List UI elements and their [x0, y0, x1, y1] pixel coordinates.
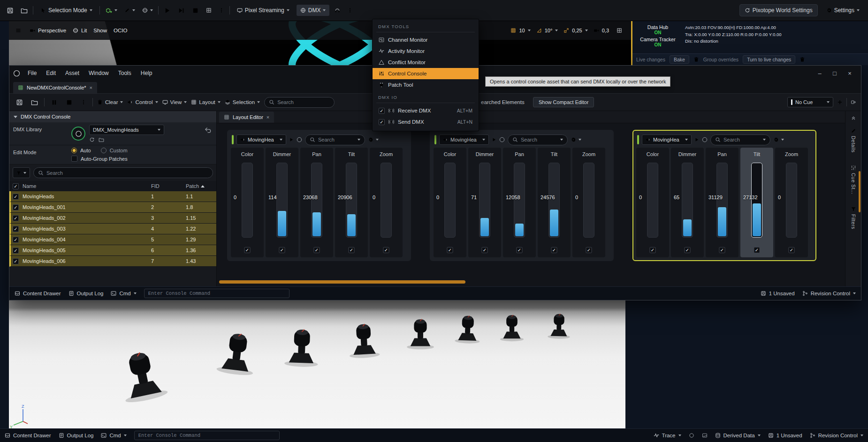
patch-row-movingheads-003[interactable]: MovingHeads_003 4 1.22: [9, 224, 216, 234]
maximize-viewport-button[interactable]: [615, 26, 624, 35]
fader-track[interactable]: [242, 163, 253, 238]
toolbar-search-input[interactable]: Search: [264, 97, 335, 108]
close-tab-icon[interactable]: ×: [266, 114, 269, 120]
trash-icon[interactable]: [693, 57, 699, 62]
auto-group-patches-checkbox[interactable]: [71, 156, 77, 162]
window-menu-file[interactable]: File: [23, 68, 41, 78]
grid-snap-control[interactable]: 10: [510, 28, 530, 33]
fader-tilt[interactable]: Tilt 27132: [740, 148, 773, 257]
asset-tab[interactable]: NewDMXControlConsole* ×: [13, 82, 97, 93]
patch-row-movingheads-002[interactable]: MovingHeads_002 3 1.15: [9, 213, 216, 224]
fader-track[interactable]: [786, 163, 797, 238]
target-icon[interactable]: [689, 433, 694, 438]
close-button[interactable]: ×: [842, 67, 857, 79]
patch-row-checkbox[interactable]: [13, 247, 19, 254]
browse-library-icon[interactable]: [99, 137, 104, 142]
toolbar-overflow-kebab[interactable]: [345, 6, 355, 15]
fader-track[interactable]: [444, 163, 456, 238]
fader-track[interactable]: [716, 163, 728, 238]
ocio-dropdown[interactable]: OCIO: [114, 28, 127, 33]
fader-enable-checkbox[interactable]: [685, 247, 691, 253]
group-search-input[interactable]: Search: [508, 135, 568, 145]
turn-to-live-changes-button[interactable]: Turn to live changes: [743, 55, 795, 64]
receive-dmx-checkbox[interactable]: [379, 108, 385, 114]
blueprints-dropdown[interactable]: [140, 6, 155, 15]
fader-enable-checkbox[interactable]: [551, 247, 557, 253]
fader-groups-canvas[interactable]: MovingHea Search Color 0 Dimmer 114 Pan …: [217, 123, 845, 286]
viewport-3d-scene[interactable]: Z Y: [9, 300, 625, 428]
expand-sidebar-icon[interactable]: [851, 115, 856, 120]
fader-track[interactable]: [548, 163, 560, 238]
save-all-button[interactable]: [5, 5, 15, 16]
window-menu-asset[interactable]: Asset: [61, 68, 84, 78]
maximize-button[interactable]: □: [827, 67, 842, 79]
rotation-snap-control[interactable]: 10°: [536, 28, 558, 33]
menu-item-send-dmx[interactable]: Send DMXALT+N: [373, 116, 479, 127]
fader-enable-checkbox[interactable]: [650, 247, 656, 253]
fader-tilt[interactable]: Tilt 24576: [538, 148, 571, 257]
settings-dropdown[interactable]: Settings: [822, 5, 863, 16]
fader-track[interactable]: [682, 163, 693, 238]
fader-enable-checkbox[interactable]: [447, 247, 453, 253]
filter-dropdown[interactable]: [13, 167, 30, 178]
menu-item-receive-dmx[interactable]: Receive DMXALT+M: [373, 105, 479, 116]
fader-dimmer[interactable]: Dimmer 65: [671, 148, 704, 257]
dmx-dropdown[interactable]: DMX: [297, 5, 330, 16]
patch-row-checkbox[interactable]: [13, 204, 19, 210]
group-settings-dropdown[interactable]: [571, 137, 581, 142]
save-asset-button[interactable]: [14, 97, 25, 108]
fader-track[interactable]: [311, 163, 322, 238]
unsaved-button[interactable]: 1 Unsaved: [768, 433, 802, 438]
editor-modes-dropdown[interactable]: [122, 6, 137, 15]
selection-mode-dropdown[interactable]: Selection Mode: [37, 5, 96, 16]
patch-row-checkbox[interactable]: [13, 226, 19, 232]
expand-group-icon[interactable]: [289, 137, 294, 142]
window-menu-help[interactable]: Help: [136, 68, 157, 78]
group-search-input[interactable]: Search: [305, 135, 365, 145]
layout-editor-tab[interactable]: Layout Editor ×: [219, 112, 274, 123]
show-dropdown[interactable]: Show: [93, 28, 107, 33]
cue-dropdown[interactable]: No Cue: [787, 97, 833, 107]
trace-dropdown[interactable]: Trace: [654, 433, 681, 438]
group-search-input[interactable]: Search: [710, 135, 770, 145]
eject-button[interactable]: [204, 6, 213, 15]
patch-row-movingheads-004[interactable]: MovingHeads_004 5 1.29: [9, 234, 216, 245]
left-panel-header[interactable]: DMX Control Console: [9, 111, 216, 122]
browse-asset-button[interactable]: [29, 97, 40, 108]
window-menu-tools[interactable]: Tools: [114, 68, 136, 78]
view-dropdown[interactable]: View: [162, 99, 187, 105]
fader-group-3[interactable]: MovingHea Search Color 0 Dimmer 65 Pan 3…: [632, 130, 816, 261]
side-tab-filters[interactable]: Filters: [851, 206, 856, 229]
window-menu-window[interactable]: Window: [84, 68, 114, 78]
fader-track[interactable]: [381, 163, 392, 238]
store-cue-icon[interactable]: [851, 99, 856, 105]
unsaved-button[interactable]: 1 Unsaved: [761, 291, 795, 296]
fader-zoom[interactable]: Zoom 0: [775, 148, 808, 257]
fader-enable-checkbox[interactable]: [586, 247, 592, 253]
cmd-dropdown[interactable]: Cmd: [101, 433, 126, 438]
dmx-library-dropdown[interactable]: DMX_MovingHeads: [89, 125, 164, 135]
patch-search-input[interactable]: Search: [33, 167, 213, 178]
fader-zoom[interactable]: Zoom 0: [370, 148, 403, 257]
stop-button[interactable]: [190, 5, 201, 16]
group-settings-dropdown[interactable]: [773, 137, 784, 142]
add-cue-icon[interactable]: [837, 99, 843, 105]
dmx-library-thumbnail[interactable]: [71, 127, 85, 141]
patch-row-checkbox[interactable]: [13, 215, 19, 221]
frame-skip-button[interactable]: [176, 5, 187, 16]
platforms-dropdown[interactable]: [333, 6, 342, 15]
side-tab-details[interactable]: Details: [851, 128, 856, 153]
fixture-group-dropdown[interactable]: MovingHea: [439, 135, 489, 145]
fader-tilt[interactable]: Tilt 20906: [335, 148, 368, 257]
fader-track[interactable]: [514, 163, 525, 238]
bake-button[interactable]: Bake: [670, 55, 689, 64]
fader-group-2[interactable]: MovingHea Search Color 0 Dimmer 71 Pan 1…: [430, 130, 614, 261]
content-drawer-button[interactable]: Content Drawer: [5, 433, 51, 438]
pause-dmx-button[interactable]: [49, 97, 60, 108]
fader-enable-checkbox[interactable]: [244, 247, 251, 253]
custom-radio[interactable]: [101, 148, 107, 153]
undo-icon[interactable]: [205, 127, 212, 134]
play-options-kebab[interactable]: [217, 6, 226, 15]
fader-pan[interactable]: Pan 23068: [300, 148, 333, 257]
patch-row-movingheads-005[interactable]: MovingHeads_005 6 1.36: [9, 245, 216, 256]
